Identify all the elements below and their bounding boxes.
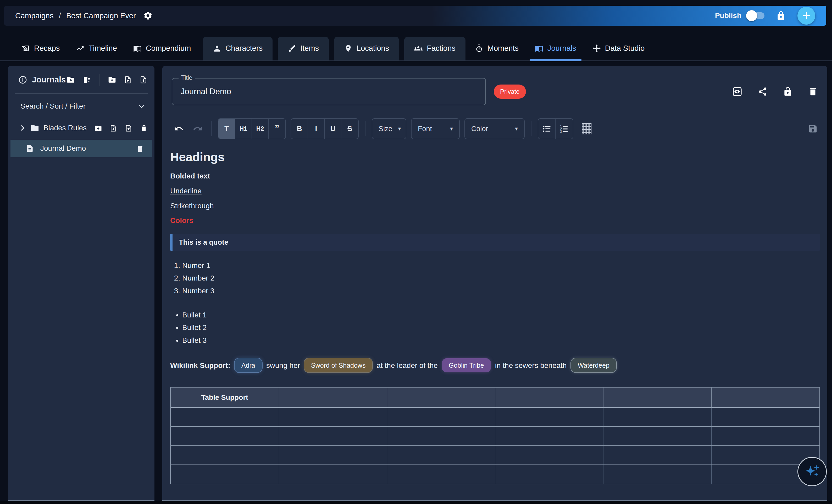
table-cell[interactable]: [387, 446, 495, 465]
table-cell[interactable]: [171, 407, 279, 427]
table-cell[interactable]: [171, 427, 279, 446]
style-h1-button[interactable]: H1: [235, 119, 252, 139]
table-cell[interactable]: [279, 465, 387, 484]
tab-timeline[interactable]: Timeline: [69, 44, 124, 60]
insert-table-icon[interactable]: [581, 123, 593, 135]
underline-button[interactable]: U: [324, 119, 341, 139]
breadcrumb-current-campaign: Best Campaign Ever: [66, 11, 136, 20]
table-cell[interactable]: [603, 427, 711, 446]
tab-locations[interactable]: Locations: [334, 37, 399, 60]
strikethrough-button[interactable]: S: [341, 119, 358, 139]
delete-journal-icon[interactable]: [808, 87, 818, 97]
search-sort-filter-accordion[interactable]: Search / Sort / Filter: [8, 94, 154, 118]
table-cell[interactable]: [279, 427, 387, 446]
table-cell[interactable]: [171, 446, 279, 465]
undo-icon[interactable]: [172, 124, 186, 134]
folder-delete-icon[interactable]: [140, 124, 148, 132]
title-input-label: Title: [179, 74, 195, 81]
table-cell[interactable]: [603, 407, 711, 427]
tab-moments-label: Moments: [488, 44, 519, 53]
table-header-cell[interactable]: [279, 388, 387, 407]
content-colors-line: Colors: [170, 216, 820, 225]
document-icon: [26, 144, 34, 153]
numbered-list-icon[interactable]: 123: [555, 119, 573, 139]
italic-button[interactable]: I: [308, 119, 324, 139]
tab-characters[interactable]: Characters: [203, 37, 272, 60]
table-cell[interactable]: [495, 446, 603, 465]
numbered-list: Numer 1 Number 2 Number 3: [182, 261, 820, 295]
folder-new-document-icon[interactable]: [109, 124, 117, 132]
chevron-right-icon[interactable]: [19, 124, 26, 132]
table-cell[interactable]: [495, 465, 603, 484]
folder-import-icon[interactable]: [125, 124, 132, 132]
move-to-folder-icon[interactable]: [67, 76, 75, 84]
tab-moments[interactable]: Moments: [468, 44, 525, 60]
size-dropdown[interactable]: Size ▾: [372, 118, 406, 139]
preview-icon[interactable]: [732, 86, 743, 97]
breadcrumb-campaigns-link[interactable]: Campaigns: [15, 11, 54, 20]
share-icon[interactable]: [758, 87, 768, 97]
tab-recaps[interactable]: Recaps: [15, 44, 67, 60]
style-normal-button[interactable]: T: [218, 119, 235, 139]
new-document-icon[interactable]: [124, 76, 132, 84]
tab-factions[interactable]: Factions: [404, 37, 466, 60]
color-dropdown[interactable]: Color ▾: [464, 118, 525, 139]
font-dropdown[interactable]: Font ▾: [411, 118, 460, 139]
wikilink-pill-sword-of-shadows[interactable]: Sword of Shadows: [304, 358, 372, 372]
new-folder-icon[interactable]: [108, 76, 116, 84]
privacy-badge[interactable]: Private: [494, 84, 526, 99]
table-cell[interactable]: [603, 465, 711, 484]
table-header-cell[interactable]: [711, 388, 820, 407]
info-icon[interactable]: [18, 75, 27, 84]
breadcrumb-separator: /: [59, 11, 61, 20]
ai-assistant-button[interactable]: [798, 457, 827, 486]
folder-row-blades-rules[interactable]: Blades Rules: [8, 118, 154, 137]
table-cell[interactable]: [279, 407, 387, 427]
publish-label: Publish: [715, 11, 742, 20]
wikilink-pill-adra[interactable]: Adra: [235, 358, 262, 372]
title-input[interactable]: Title Journal Demo: [172, 78, 486, 105]
table-cell[interactable]: [603, 446, 711, 465]
import-document-icon[interactable]: [139, 76, 148, 84]
table-header-cell[interactable]: [495, 388, 603, 407]
document-row-journal-demo-selected[interactable]: Journal Demo: [10, 140, 152, 157]
tab-compendium-label: Compendium: [146, 44, 191, 53]
campaign-lock-icon[interactable]: [776, 11, 786, 21]
redo-icon[interactable]: [190, 124, 205, 134]
wikilink-label: Wikilink Support:: [170, 361, 230, 370]
lock-icon[interactable]: [783, 87, 793, 97]
folder-new-subfolder-icon[interactable]: [94, 124, 102, 132]
document-delete-icon[interactable]: [136, 144, 144, 153]
wikilink-pill-goblin-tribe[interactable]: Goblin Tribe: [442, 358, 491, 372]
rich-text-content[interactable]: Headings Bolded text Underline Strikethr…: [170, 146, 820, 484]
bold-button[interactable]: B: [291, 119, 308, 139]
table-cell[interactable]: [387, 465, 495, 484]
table-cell[interactable]: [711, 427, 820, 446]
bulk-delete-icon[interactable]: [82, 76, 90, 84]
tab-compendium[interactable]: Compendium: [126, 44, 198, 60]
blockquote-button[interactable]: ”: [268, 119, 285, 139]
campaign-settings-gear-icon[interactable]: [143, 11, 153, 20]
search-sort-filter-label: Search / Sort / Filter: [20, 102, 86, 110]
style-h2-button[interactable]: H2: [252, 119, 268, 139]
table-cell[interactable]: [387, 427, 495, 446]
table-row: [171, 427, 820, 446]
table-cell[interactable]: [495, 407, 603, 427]
table-cell[interactable]: [495, 427, 603, 446]
table-cell[interactable]: [387, 407, 495, 427]
sidebar-tools-divider: [99, 74, 100, 86]
table-cell[interactable]: [279, 446, 387, 465]
table-cell[interactable]: [171, 465, 279, 484]
table-header-cell[interactable]: [387, 388, 495, 407]
table-cell[interactable]: [711, 407, 820, 427]
add-button[interactable]: [798, 7, 815, 25]
wikilink-pill-waterdeep[interactable]: Waterdeep: [571, 358, 616, 372]
bullet-list-icon[interactable]: [538, 119, 555, 139]
tab-items[interactable]: Items: [278, 37, 329, 60]
tab-journals[interactable]: Journals: [528, 44, 583, 60]
table-header-cell[interactable]: [603, 388, 711, 407]
save-icon[interactable]: [808, 124, 818, 134]
tab-data-studio[interactable]: Data Studio: [586, 44, 652, 60]
publish-toggle[interactable]: [748, 12, 764, 19]
table-header-cell[interactable]: Table Support: [171, 388, 279, 407]
